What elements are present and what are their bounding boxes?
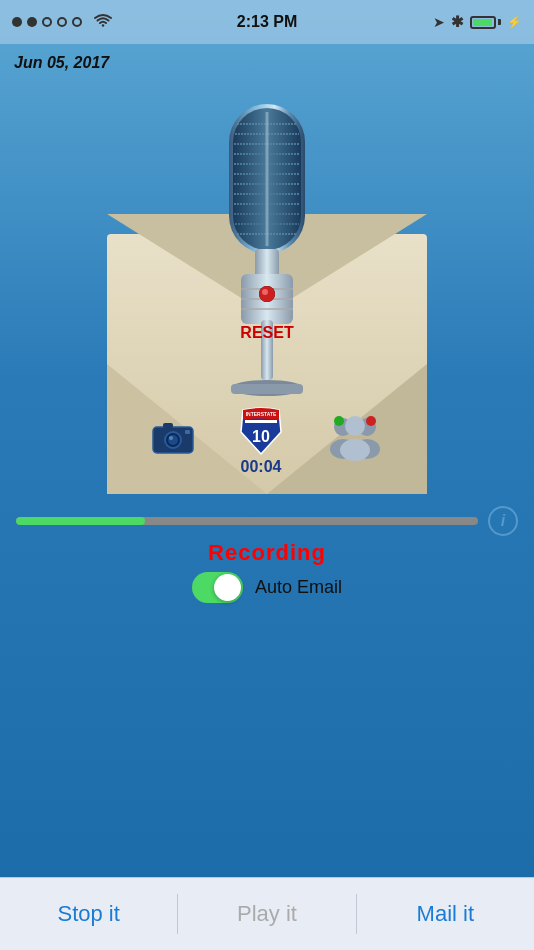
- auto-email-toggle[interactable]: [192, 572, 243, 603]
- progress-section: i: [0, 498, 534, 536]
- timer-display: 00:04: [241, 458, 282, 476]
- signal-dot-2: [27, 17, 37, 27]
- progress-bar-fill: [16, 517, 145, 525]
- svg-rect-33: [245, 420, 277, 423]
- status-bar: 2:13 PM ➤ ✱ ⚡: [0, 0, 534, 44]
- camera-icon: [151, 419, 195, 457]
- camera-button[interactable]: [151, 419, 195, 461]
- envelope-mic-wrapper: RESET: [97, 94, 437, 494]
- svg-point-40: [345, 416, 365, 436]
- toggle-knob: [214, 574, 241, 601]
- svg-point-29: [168, 435, 178, 445]
- svg-point-30: [169, 436, 173, 440]
- progress-bar-background: [16, 517, 478, 525]
- svg-point-41: [340, 439, 370, 461]
- info-button[interactable]: i: [488, 506, 518, 536]
- svg-point-42: [366, 416, 376, 426]
- stop-it-button[interactable]: Stop it: [0, 878, 177, 950]
- auto-email-row: Auto Email: [192, 572, 342, 603]
- interstate-button[interactable]: 10 INTERSTATE 00:04: [235, 404, 287, 476]
- info-icon: i: [501, 512, 505, 530]
- status-time: 2:13 PM: [237, 13, 297, 31]
- svg-text:INTERSTATE: INTERSTATE: [246, 411, 277, 417]
- interstate-sign-icon: 10 INTERSTATE: [235, 404, 287, 456]
- tab-bar: Stop it Play it Mail it: [0, 877, 534, 950]
- mail-it-button[interactable]: Mail it: [357, 878, 534, 950]
- location-icon: ➤: [433, 14, 445, 30]
- status-right-icons: ➤ ✱ ⚡: [433, 13, 522, 31]
- reset-label[interactable]: RESET: [240, 324, 293, 404]
- svg-rect-31: [163, 423, 173, 428]
- signal-dot-3: [42, 17, 52, 27]
- svg-rect-32: [185, 430, 190, 434]
- people-icon: [327, 413, 383, 463]
- date-label: Jun 05, 2017: [14, 54, 109, 72]
- svg-point-25: [262, 289, 268, 295]
- play-it-button[interactable]: Play it: [178, 878, 355, 950]
- battery-indicator: [470, 16, 501, 29]
- bluetooth-icon: ✱: [451, 13, 464, 31]
- main-content: Jun 05, 2017: [0, 44, 534, 877]
- signal-dot-5: [72, 17, 82, 27]
- signal-dot-4: [57, 17, 67, 27]
- charging-icon: ⚡: [507, 15, 522, 29]
- envelope-icons-row: 10 INTERSTATE 00:04: [137, 404, 397, 476]
- contacts-button[interactable]: [327, 413, 383, 467]
- signal-dot-1: [12, 17, 22, 27]
- wifi-icon: [93, 13, 113, 31]
- svg-point-43: [334, 416, 344, 426]
- svg-text:10: 10: [252, 428, 270, 445]
- auto-email-label: Auto Email: [255, 577, 342, 598]
- recording-status-label: Recording: [208, 540, 326, 566]
- signal-dots: [12, 13, 113, 31]
